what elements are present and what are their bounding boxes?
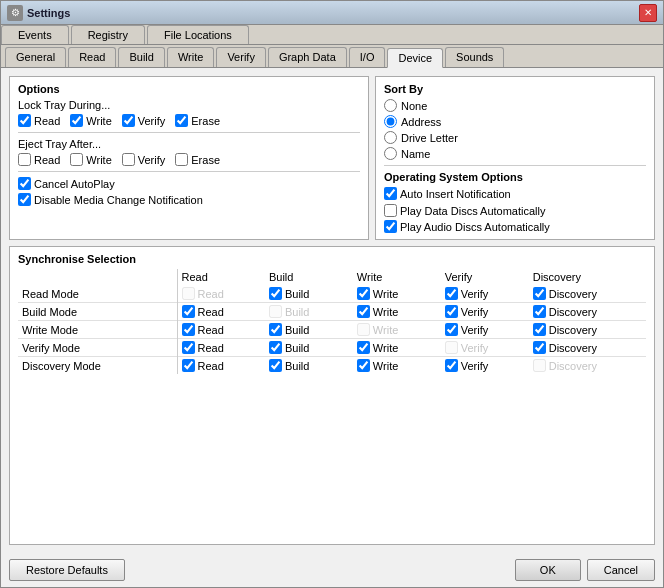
lock-verify[interactable]: Verify: [122, 114, 166, 127]
verify-mode-read-cell: Read: [177, 339, 265, 357]
auto-insert[interactable]: Auto Insert Notification: [384, 187, 646, 200]
close-button[interactable]: ✕: [639, 4, 657, 22]
read-mode-build-checkbox[interactable]: [269, 287, 282, 300]
lock-erase-checkbox[interactable]: [175, 114, 188, 127]
sort-address[interactable]: Address: [384, 115, 646, 128]
build-mode-discovery-checkbox[interactable]: [533, 305, 546, 318]
eject-read-checkbox[interactable]: [18, 153, 31, 166]
eject-write-checkbox[interactable]: [70, 153, 83, 166]
play-data-checkbox[interactable]: [384, 204, 397, 217]
verify-mode-discovery-checkbox[interactable]: [533, 341, 546, 354]
col-build-header: Build: [265, 269, 353, 285]
play-audio-label: Play Audio Discs Automatically: [400, 221, 550, 233]
lock-read-checkbox[interactable]: [18, 114, 31, 127]
eject-write-label: Write: [86, 154, 111, 166]
tab-read[interactable]: Read: [68, 47, 116, 67]
verify-mode-build-checkbox[interactable]: [269, 341, 282, 354]
verify-mode-discovery-label: Discovery: [549, 342, 597, 354]
cancel-button[interactable]: Cancel: [587, 559, 655, 581]
play-audio[interactable]: Play Audio Discs Automatically: [384, 220, 646, 233]
sort-none-radio[interactable]: [384, 99, 397, 112]
tab-graph-data[interactable]: Graph Data: [268, 47, 347, 67]
cancel-autoplay[interactable]: Cancel AutoPlay: [18, 177, 360, 190]
write-mode-write-checkbox[interactable]: [357, 323, 370, 336]
verify-mode-verify-checkbox[interactable]: [445, 341, 458, 354]
tab-file-locations[interactable]: File Locations: [147, 25, 249, 44]
tab-write[interactable]: Write: [167, 47, 214, 67]
sort-none[interactable]: None: [384, 99, 646, 112]
top-tab-row: Events Registry File Locations: [1, 25, 663, 45]
restore-defaults-button[interactable]: Restore Defaults: [9, 559, 125, 581]
cancel-autoplay-checkbox[interactable]: [18, 177, 31, 190]
verify-mode-write-checkbox[interactable]: [357, 341, 370, 354]
sort-address-label: Address: [401, 116, 441, 128]
read-mode-write-checkbox[interactable]: [357, 287, 370, 300]
disable-media[interactable]: Disable Media Change Notification: [18, 193, 360, 206]
top-tabs: Events Registry File Locations: [1, 25, 663, 44]
play-data[interactable]: Play Data Discs Automatically: [384, 204, 646, 217]
eject-read[interactable]: Read: [18, 153, 60, 166]
build-mode-verify-checkbox[interactable]: [445, 305, 458, 318]
lock-write[interactable]: Write: [70, 114, 111, 127]
auto-insert-checkbox[interactable]: [384, 187, 397, 200]
mode-label: Build Mode: [18, 303, 165, 321]
write-mode-verify-checkbox[interactable]: [445, 323, 458, 336]
eject-erase-checkbox[interactable]: [175, 153, 188, 166]
top-panels: Options Lock Tray During... Read Write V…: [9, 76, 655, 240]
eject-verify[interactable]: Verify: [122, 153, 166, 166]
tab-build[interactable]: Build: [118, 47, 164, 67]
tab-events[interactable]: Events: [1, 25, 69, 44]
read-mode-verify-checkbox[interactable]: [445, 287, 458, 300]
verify-mode-read-checkbox[interactable]: [182, 341, 195, 354]
sort-address-radio[interactable]: [384, 115, 397, 128]
build-mode-write-label: Write: [373, 306, 398, 318]
discovery-mode-write-label: Write: [373, 360, 398, 372]
tab-sounds[interactable]: Sounds: [445, 47, 504, 67]
lock-erase[interactable]: Erase: [175, 114, 220, 127]
tab-verify[interactable]: Verify: [216, 47, 266, 67]
write-mode-build-checkbox[interactable]: [269, 323, 282, 336]
build-mode-write-checkbox[interactable]: [357, 305, 370, 318]
sort-name[interactable]: Name: [384, 147, 646, 160]
col-read-header: Read: [177, 269, 265, 285]
lock-write-checkbox[interactable]: [70, 114, 83, 127]
row-sep: [165, 303, 177, 321]
tab-device[interactable]: Device: [387, 48, 443, 68]
options-title: Options: [18, 83, 360, 95]
read-mode-verify-label: Verify: [461, 288, 489, 300]
lock-read[interactable]: Read: [18, 114, 60, 127]
disable-media-checkbox[interactable]: [18, 193, 31, 206]
tab-io[interactable]: I/O: [349, 47, 386, 67]
footer-buttons: OK Cancel: [515, 559, 655, 581]
discovery-mode-verify-cell: Verify: [441, 357, 529, 375]
discovery-mode-discovery-checkbox[interactable]: [533, 359, 546, 372]
eject-erase[interactable]: Erase: [175, 153, 220, 166]
read-mode-read-checkbox[interactable]: [182, 287, 195, 300]
eject-verify-checkbox[interactable]: [122, 153, 135, 166]
tab-general[interactable]: General: [5, 47, 66, 67]
discovery-mode-write-checkbox[interactable]: [357, 359, 370, 372]
build-mode-build-checkbox[interactable]: [269, 305, 282, 318]
sync-title: Synchronise Selection: [18, 253, 646, 265]
sort-name-radio[interactable]: [384, 147, 397, 160]
verify-mode-build-label: Build: [285, 342, 309, 354]
ok-button[interactable]: OK: [515, 559, 581, 581]
discovery-mode-build-checkbox[interactable]: [269, 359, 282, 372]
discovery-mode-read-checkbox[interactable]: [182, 359, 195, 372]
lock-verify-checkbox[interactable]: [122, 114, 135, 127]
options-panel: Options Lock Tray During... Read Write V…: [9, 76, 369, 240]
eject-write[interactable]: Write: [70, 153, 111, 166]
sort-drive-letter-radio[interactable]: [384, 131, 397, 144]
play-audio-checkbox[interactable]: [384, 220, 397, 233]
discovery-mode-verify-checkbox[interactable]: [445, 359, 458, 372]
read-mode-discovery-checkbox[interactable]: [533, 287, 546, 300]
read-mode-build-cell: Build: [265, 285, 353, 303]
build-mode-read-checkbox[interactable]: [182, 305, 195, 318]
sort-drive-letter[interactable]: Drive Letter: [384, 131, 646, 144]
tab-registry[interactable]: Registry: [71, 25, 145, 44]
write-mode-read-checkbox[interactable]: [182, 323, 195, 336]
mode-label: Discovery Mode: [18, 357, 165, 375]
discovery-mode-discovery-cell: Discovery: [529, 357, 646, 375]
write-mode-discovery-checkbox[interactable]: [533, 323, 546, 336]
read-mode-discovery-cell: Discovery: [529, 285, 646, 303]
